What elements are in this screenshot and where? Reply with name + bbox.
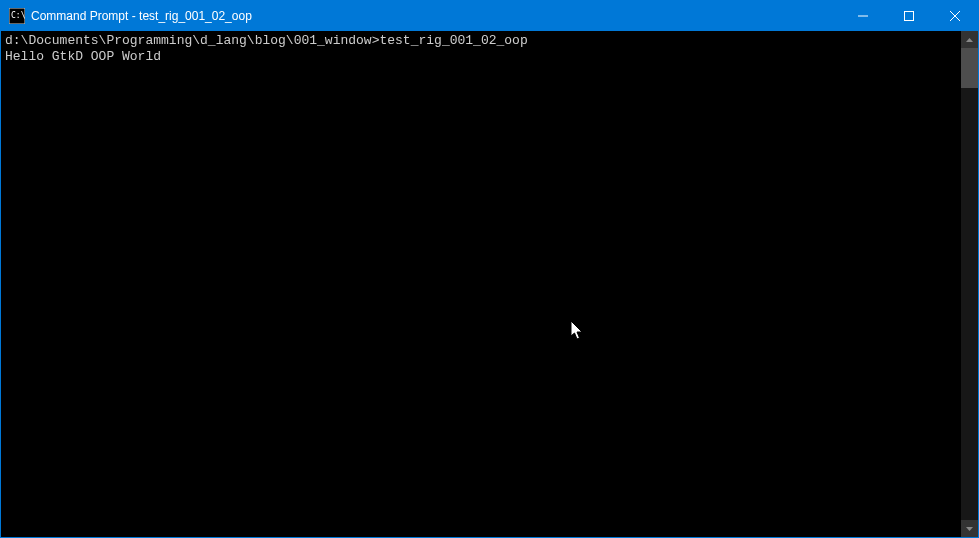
- title-process: test_rig_001_02_oop: [139, 9, 252, 23]
- scrollbar-down-arrow-icon[interactable]: [961, 520, 978, 537]
- prompt-path: d:\Documents\Programming\d_lang\blog\001…: [5, 33, 379, 48]
- vertical-scrollbar[interactable]: [961, 31, 978, 537]
- terminal-content[interactable]: d:\Documents\Programming\d_lang\blog\001…: [1, 31, 961, 537]
- maximize-button[interactable]: [886, 1, 932, 31]
- close-button[interactable]: [932, 1, 978, 31]
- svg-marker-6: [966, 38, 973, 42]
- title-separator: -: [128, 9, 139, 23]
- window-title: Command Prompt - test_rig_001_02_oop: [31, 9, 840, 23]
- window-controls: [840, 1, 978, 31]
- svg-marker-7: [966, 527, 973, 531]
- command-text: test_rig_001_02_oop: [379, 33, 527, 48]
- title-app: Command Prompt: [31, 9, 128, 23]
- scrollbar-thumb[interactable]: [961, 48, 978, 88]
- command-prompt-window: C:\ Command Prompt - test_rig_001_02_oop: [0, 0, 979, 538]
- svg-text:C:\: C:\: [11, 11, 25, 20]
- cmd-icon: C:\: [9, 8, 25, 24]
- minimize-button[interactable]: [840, 1, 886, 31]
- terminal-output: Hello GtkD OOP World: [5, 49, 957, 65]
- svg-rect-3: [905, 12, 914, 21]
- titlebar[interactable]: C:\ Command Prompt - test_rig_001_02_oop: [1, 1, 978, 31]
- terminal-line: d:\Documents\Programming\d_lang\blog\001…: [5, 33, 957, 49]
- scrollbar-up-arrow-icon[interactable]: [961, 31, 978, 48]
- terminal-area: d:\Documents\Programming\d_lang\blog\001…: [1, 31, 978, 537]
